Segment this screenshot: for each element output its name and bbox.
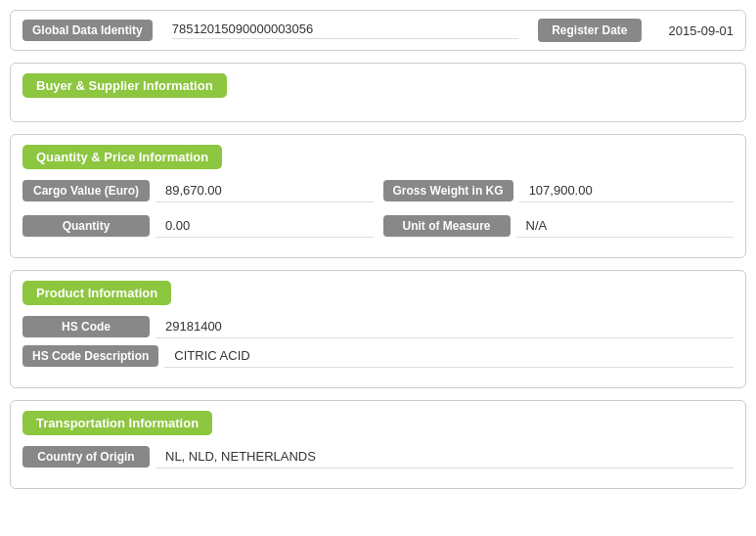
country-of-origin-label: Country of Origin (22, 446, 150, 468)
country-of-origin-value: NL, NLD, NETHERLANDS (156, 445, 734, 469)
hs-code-desc-row: HS Code Description CITRIC ACID (22, 344, 734, 368)
unit-of-measure-value: N/A (516, 214, 734, 238)
transportation-header: Transportation Information (22, 411, 212, 435)
quantity-price-card: Quantity & Price Information Cargo Value… (10, 134, 746, 258)
global-data-identity-value: 78512015090000003056 (172, 22, 518, 39)
global-data-card: Global Data Identity 7851201509000000305… (10, 10, 746, 51)
hs-code-value: 29181400 (156, 315, 734, 338)
transportation-card: Transportation Information Country of Or… (10, 400, 746, 489)
quantity-price-fields: Cargo Value (Euro) 89,670.00 Quantity 0.… (22, 179, 734, 244)
gross-weight-value: 107,900.00 (519, 179, 734, 202)
product-info-card: Product Information HS Code 29181400 HS … (10, 270, 746, 388)
product-info-header: Product Information (22, 281, 171, 305)
cargo-value-row: Cargo Value (Euro) 89,670.00 (22, 179, 374, 202)
quantity-label: Quantity (22, 215, 150, 237)
gross-weight-label: Gross Weight in KG (383, 180, 513, 201)
quantity-row: Quantity 0.00 (22, 214, 374, 238)
unit-of-measure-row: Unit of Measure N/A (383, 214, 734, 238)
register-date-value: 2015-09-01 (661, 23, 734, 38)
hs-code-desc-label: HS Code Description (22, 345, 158, 367)
quantity-price-left-col: Cargo Value (Euro) 89,670.00 Quantity 0.… (22, 179, 374, 244)
quantity-price-header: Quantity & Price Information (22, 145, 222, 169)
hs-code-label: HS Code (22, 316, 150, 337)
cargo-value-value: 89,670.00 (156, 179, 374, 202)
unit-of-measure-label: Unit of Measure (383, 215, 511, 237)
country-of-origin-row: Country of Origin NL, NLD, NETHERLANDS (22, 445, 734, 469)
quantity-value: 0.00 (156, 214, 374, 238)
hs-code-row: HS Code 29181400 (22, 315, 734, 338)
global-data-identity-label: Global Data Identity (22, 20, 153, 41)
register-date-label: Register Date (538, 19, 641, 42)
buyer-supplier-header: Buyer & Supplier Information (22, 73, 227, 98)
quantity-price-right-col: Gross Weight in KG 107,900.00 Unit of Me… (383, 179, 734, 244)
hs-code-desc-value: CITRIC ACID (164, 344, 734, 368)
buyer-supplier-card: Buyer & Supplier Information (10, 63, 746, 122)
cargo-value-label: Cargo Value (Euro) (22, 180, 150, 201)
gross-weight-row: Gross Weight in KG 107,900.00 (383, 179, 734, 202)
